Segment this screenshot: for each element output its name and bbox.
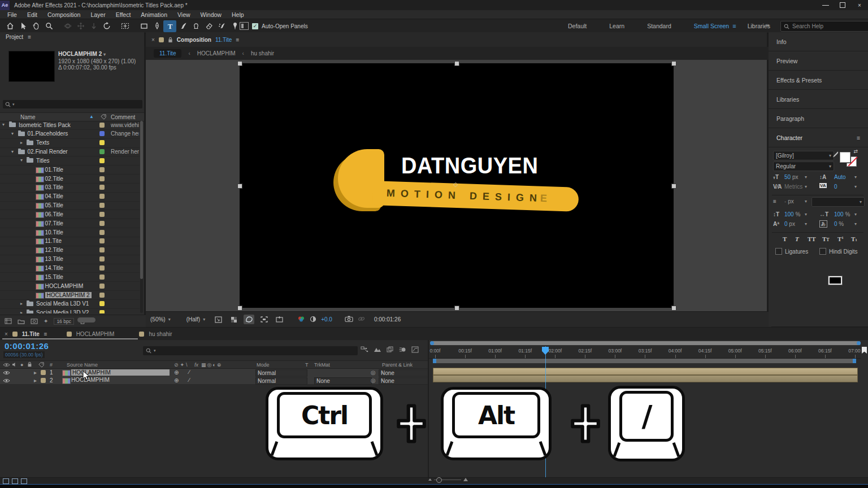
faux-bold-button[interactable]: T: [783, 236, 787, 242]
project-tree-row[interactable]: 10.Title: [0, 228, 140, 237]
fill-color-swatch[interactable]: [840, 152, 850, 163]
stroke-style-dropdown[interactable]: ▾: [811, 197, 865, 207]
leading-caret[interactable]: ▾: [854, 175, 857, 180]
selection-handle[interactable]: [671, 61, 676, 66]
label-color-box[interactable]: [99, 203, 105, 208]
label-color-box[interactable]: [99, 158, 105, 163]
workspace-standard[interactable]: Standard: [636, 23, 683, 29]
panel-header-info[interactable]: Info: [769, 32, 868, 51]
timeline-layer-row[interactable]: ▸1HOCLAMPHIM⊕∕Normal▾◎None▾: [0, 369, 428, 377]
pan-behind-tool-icon[interactable]: [119, 20, 132, 32]
project-tree-row[interactable]: 02.Title: [0, 175, 140, 184]
label-color-box[interactable]: [99, 212, 105, 217]
show-snapshot-icon[interactable]: [358, 316, 365, 323]
toggle-expand-icon-1[interactable]: [3, 478, 9, 484]
selection-handle[interactable]: [237, 61, 242, 66]
vertical-scale-caret[interactable]: ▾: [805, 212, 807, 217]
column-mode[interactable]: Mode: [257, 362, 270, 368]
project-tree-row[interactable]: HOCLAMPHIM 2: [0, 291, 140, 300]
label-color-box[interactable]: [99, 167, 105, 172]
panel-header-preview[interactable]: Preview: [769, 51, 868, 71]
motion-blur-icon[interactable]: [399, 346, 406, 353]
selection-handle[interactable]: [237, 184, 242, 189]
timeline-navigator[interactable]: [430, 341, 861, 345]
zoom-out-icon[interactable]: [428, 478, 432, 481]
transparency-grid-icon[interactable]: [228, 315, 239, 324]
project-search-input[interactable]: ▾: [3, 100, 142, 108]
kerning-caret[interactable]: ▾: [805, 184, 807, 189]
project-tree-row[interactable]: ▸Texts: [0, 139, 140, 148]
project-tree-row[interactable]: 07.Title: [0, 219, 140, 228]
panel-header-paragraph[interactable]: Paragraph: [769, 109, 868, 128]
tree-collapse-icon[interactable]: ▾: [11, 131, 14, 136]
breadcrumb-item[interactable]: HOCLAMPHIM: [197, 50, 236, 56]
vertical-scale-value[interactable]: 100 %: [784, 211, 800, 217]
zoom-tool-icon[interactable]: [42, 20, 55, 32]
exposure-value[interactable]: +0.0: [321, 316, 332, 323]
font-size-value[interactable]: 50 px: [784, 174, 798, 180]
project-tree-row[interactable]: 12.Title: [0, 246, 140, 255]
faux-italic-button[interactable]: T: [795, 236, 799, 242]
minimize-button[interactable]: [817, 0, 834, 10]
panel-menu-icon[interactable]: ≡: [44, 331, 47, 337]
label-color-box[interactable]: [99, 131, 105, 136]
label-color-box[interactable]: [99, 247, 105, 252]
roto-brush-tool-icon[interactable]: [215, 20, 228, 32]
tree-expand-icon[interactable]: ▸: [20, 140, 23, 145]
tree-collapse-icon[interactable]: ▾: [2, 122, 5, 127]
resolution-dropdown[interactable]: (Half)▾: [186, 316, 209, 323]
panel-menu-icon[interactable]: ≡: [28, 34, 31, 40]
exposure-reset-icon[interactable]: [310, 316, 316, 324]
project-tree-row[interactable]: ▸Social Media L3D V1: [0, 300, 140, 309]
subscript-button[interactable]: T1: [851, 236, 857, 242]
work-area-bar[interactable]: [433, 359, 856, 363]
menu-edit[interactable]: Edit: [22, 11, 42, 18]
breadcrumb-item[interactable]: hu shahir: [251, 50, 274, 56]
toggle-expand-icon-2[interactable]: [12, 478, 18, 484]
project-tree-row[interactable]: ▾02.Final RenderRender here: [0, 148, 140, 157]
snapshot-icon[interactable]: [345, 316, 353, 323]
stroke-width-caret[interactable]: ▾: [805, 199, 807, 204]
project-tree-row[interactable]: HOCLAMPHIM: [0, 282, 140, 291]
selection-handle[interactable]: [454, 306, 459, 311]
column-name[interactable]: Name: [20, 114, 36, 120]
tracking-caret[interactable]: ▾: [854, 184, 857, 189]
comp-marker-bin-icon[interactable]: [862, 347, 867, 354]
project-tree-row[interactable]: 04.Title: [0, 193, 140, 202]
label-color-box[interactable]: [99, 293, 105, 298]
current-timecode[interactable]: 0:00:01:26: [5, 341, 49, 351]
workspace-overflow-icon[interactable]: »: [766, 21, 768, 28]
column-t[interactable]: T: [305, 362, 309, 368]
label-color-box[interactable]: [99, 274, 105, 280]
label-color-box[interactable]: [99, 221, 105, 226]
zoom-slider-knob[interactable]: [436, 477, 442, 483]
lock-icon[interactable]: [168, 37, 173, 43]
font-size-caret[interactable]: ▾: [805, 175, 807, 180]
channel-rgb-icon[interactable]: [297, 316, 305, 324]
tree-expand-icon[interactable]: ▸: [20, 301, 23, 306]
project-tab-label[interactable]: Project: [6, 34, 23, 40]
ligatures-checkbox[interactable]: Ligatures: [775, 248, 808, 255]
layer-visibility-icon[interactable]: [3, 378, 10, 383]
restore-button[interactable]: [834, 0, 851, 10]
selection-handle[interactable]: [237, 306, 242, 311]
column-parent-link[interactable]: Parent & Link: [382, 362, 413, 368]
project-tree-row[interactable]: 01.Title: [0, 165, 140, 175]
all-caps-button[interactable]: TT: [808, 236, 816, 242]
parent-dropdown[interactable]: None▾: [379, 377, 429, 385]
comp-label-color[interactable]: [159, 37, 164, 42]
workspace-default[interactable]: Default: [557, 23, 598, 29]
menu-effect[interactable]: Effect: [111, 11, 136, 18]
color-depth-button[interactable]: 16 bpc: [54, 318, 74, 325]
project-tree-row[interactable]: 14.Title: [0, 264, 140, 273]
trkmat-dropdown[interactable]: None▾: [314, 377, 372, 385]
project-column-headers[interactable]: Name ▲ Comment: [0, 112, 144, 121]
timeline-tab-active[interactable]: 11.Tite: [22, 331, 40, 337]
menu-view[interactable]: View: [172, 11, 196, 18]
graph-editor-icon[interactable]: [411, 346, 419, 353]
composition-viewport[interactable]: MOTION DESIGNE DATNGUYEN ◇: [146, 60, 767, 311]
project-tree-row[interactable]: ▾01.PlaceholdersChange here: [0, 130, 140, 139]
interpret-footage-icon[interactable]: [5, 318, 12, 324]
leading-value[interactable]: Auto: [834, 174, 846, 180]
character-panel-header[interactable]: Character≡: [769, 128, 868, 147]
